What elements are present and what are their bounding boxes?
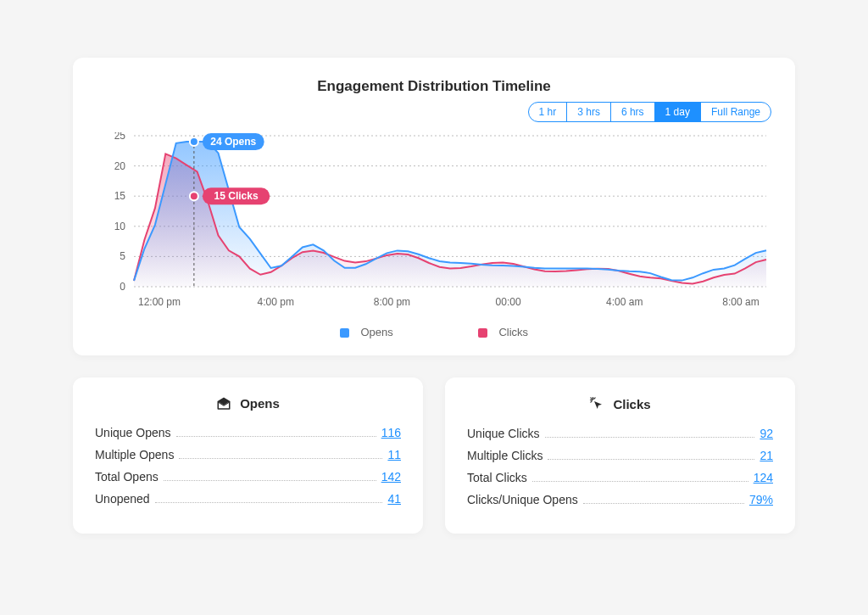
svg-text:5: 5 bbox=[120, 250, 125, 262]
envelope-icon bbox=[216, 397, 231, 411]
chart-title: Engagement Distribution Timeline bbox=[97, 78, 771, 95]
clicks-card: Clicks Unique Clicks92Multiple Clicks21T… bbox=[445, 377, 795, 534]
range-fullrange[interactable]: Full Range bbox=[701, 103, 771, 121]
svg-text:00:00: 00:00 bbox=[496, 296, 521, 308]
clicks-label: Total Clicks bbox=[467, 471, 527, 484]
range-1hr[interactable]: 1 hr bbox=[529, 103, 568, 121]
svg-text:15 Clicks: 15 Clicks bbox=[214, 190, 259, 202]
opens-value-link[interactable]: 116 bbox=[381, 426, 401, 439]
clicks-row: Multiple Clicks21 bbox=[467, 449, 773, 462]
opens-card: Opens Unique Opens116Multiple Opens11Tot… bbox=[73, 377, 423, 534]
clicks-label: Clicks/Unique Opens bbox=[467, 493, 578, 506]
svg-text:12:00 pm: 12:00 pm bbox=[138, 296, 181, 308]
svg-point-22 bbox=[190, 192, 198, 200]
svg-text:25: 25 bbox=[114, 132, 126, 142]
opens-card-title: Opens bbox=[240, 396, 280, 411]
svg-text:8:00 pm: 8:00 pm bbox=[374, 296, 410, 308]
clicks-swatch-icon bbox=[478, 328, 487, 338]
clicks-value-link[interactable]: 79% bbox=[749, 493, 773, 506]
engagement-timeline-card: Engagement Distribution Timeline 1 hr 3 … bbox=[73, 58, 795, 355]
clicks-row: Unique Clicks92 bbox=[467, 427, 773, 440]
opens-row: Unopened41 bbox=[95, 492, 401, 506]
range-3hrs[interactable]: 3 hrs bbox=[567, 103, 611, 121]
range-6hrs[interactable]: 6 hrs bbox=[611, 103, 655, 121]
legend-opens: Opens bbox=[340, 326, 393, 338]
svg-point-19 bbox=[190, 137, 198, 146]
opens-value-link[interactable]: 41 bbox=[387, 492, 401, 506]
svg-text:15: 15 bbox=[114, 190, 126, 202]
opens-label: Unique Opens bbox=[95, 426, 171, 439]
opens-label: Unopened bbox=[95, 492, 150, 506]
clicks-value-link[interactable]: 21 bbox=[760, 449, 773, 462]
opens-row: Multiple Opens11 bbox=[95, 448, 401, 461]
range-1day[interactable]: 1 day bbox=[655, 103, 701, 121]
chart-legend: Opens Clicks bbox=[97, 326, 771, 338]
opens-value-link[interactable]: 142 bbox=[381, 470, 401, 484]
clicks-value-link[interactable]: 92 bbox=[760, 427, 773, 440]
clicks-card-title: Clicks bbox=[613, 397, 650, 411]
opens-row: Unique Opens116 bbox=[95, 426, 401, 439]
svg-text:8:00 am: 8:00 am bbox=[722, 296, 759, 308]
opens-label: Multiple Opens bbox=[95, 448, 174, 461]
svg-text:0: 0 bbox=[120, 281, 125, 293]
svg-text:20: 20 bbox=[114, 160, 126, 172]
clicks-value-link[interactable]: 124 bbox=[754, 471, 773, 484]
svg-text:10: 10 bbox=[114, 221, 126, 232]
svg-line-29 bbox=[591, 401, 592, 402]
time-range-selector: 1 hr 3 hrs 6 hrs 1 day Full Range bbox=[97, 102, 771, 122]
svg-line-28 bbox=[594, 398, 595, 399]
opens-label: Total Opens bbox=[95, 470, 159, 484]
timeline-chart[interactable]: 051015202512:00 pm4:00 pm8:00 pm00:004:0… bbox=[97, 132, 771, 310]
clicks-label: Multiple Clicks bbox=[467, 449, 542, 462]
opens-swatch-icon bbox=[340, 328, 349, 338]
opens-row: Total Opens142 bbox=[95, 470, 401, 484]
opens-value-link[interactable]: 11 bbox=[387, 448, 401, 461]
clicks-row: Total Clicks124 bbox=[467, 471, 773, 484]
svg-text:4:00 pm: 4:00 pm bbox=[258, 296, 294, 308]
svg-text:4:00 am: 4:00 am bbox=[606, 296, 643, 308]
clicks-row: Clicks/Unique Opens79% bbox=[467, 493, 773, 506]
svg-line-27 bbox=[591, 398, 592, 399]
svg-text:24 Opens: 24 Opens bbox=[210, 136, 256, 148]
clicks-label: Unique Clicks bbox=[467, 427, 540, 440]
cursor-click-icon bbox=[589, 396, 604, 411]
legend-clicks: Clicks bbox=[478, 326, 528, 338]
